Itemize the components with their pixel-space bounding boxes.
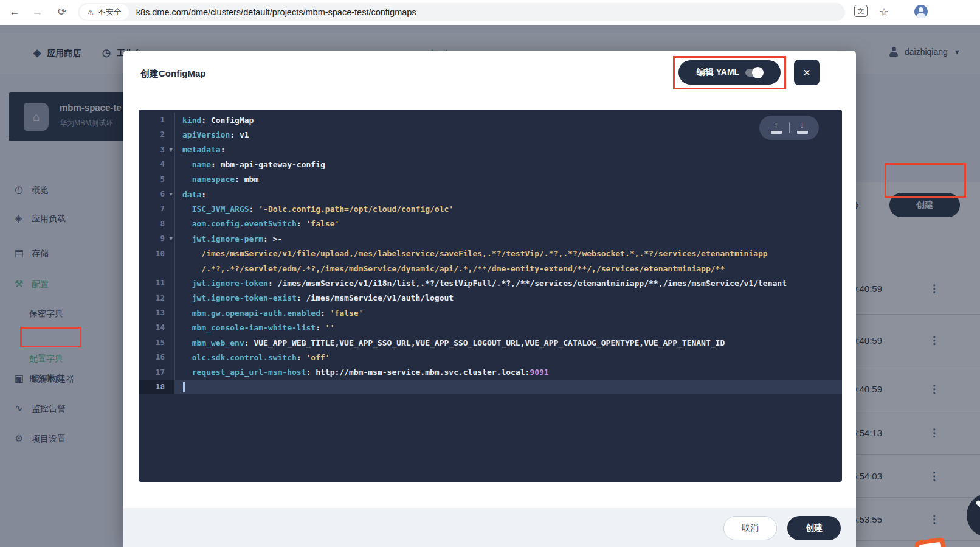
code-text: metadata: [175,145,225,154]
code-text: ISC_JVM_ARGS: '-Dolc.config.path=/opt/cl… [175,204,454,214]
code-text: /imes/msmService/v1/file/upload,/mes/lab… [175,249,768,258]
code-text: mbm_console-iam-white-list: '' [175,323,334,332]
code-text: request_api_url-msm-host: http://mbm-msm… [175,368,549,377]
line-number: 18 [139,380,175,394]
line-number: 14 [139,320,175,335]
line-number: 16 [139,350,175,364]
line-number: 1 [139,113,175,127]
fold-arrow-icon[interactable]: ▼ [170,187,173,201]
editor-line: 11 jwt.ignore-token: /imes/msmService/v1… [139,276,842,290]
create-configmap-modal: 创建ConfigMap 编辑 YAML × 1kind: ConfigMap2a… [123,51,856,547]
line-number: 11 [139,276,175,290]
code-text [175,382,185,392]
code-text: jwt.ignore-perm: >- [175,234,282,243]
upload-icon[interactable]: ↑ [770,122,783,134]
screen: ← → ⟳ ⚠ 不安全 k8s.dme.com/dme/clusters/def… [0,0,980,547]
code-text: namespace: mbm [175,175,258,184]
editor-line: 13 mbm.gw.openapi-auth.enabled: 'false' [139,305,842,320]
editor-line: 8 aom.config.eventSwitch: 'false' [139,217,842,231]
code-text: name: mbm-api-gateway-config [175,160,325,169]
editor-line: 2apiVersion: v1 [139,127,842,142]
url-text: k8s.dme.com/dme/clusters/default/project… [136,7,416,17]
line-number: 10 [139,246,175,261]
create-button[interactable]: 创建 [787,516,841,540]
code-text: mbm.gw.openapi-auth.enabled: 'false' [175,308,363,318]
browser-forward-icon[interactable]: → [30,5,45,19]
line-number: 5 [139,172,175,187]
code-text: data: [175,190,206,199]
editor-line: 15 mbm_web_env: VUE_APP_WEB_TITLE,VUE_AP… [139,335,842,350]
code-text: apiVersion: v1 [175,130,249,139]
fold-arrow-icon[interactable]: ▼ [170,142,173,157]
editor-line: 16 olc.sdk.control.switch: 'off' [139,350,842,364]
editor-line: 12 jwt.ignore-token-exist: /imes/msmServ… [139,291,842,305]
line-number: 6▼ [139,187,175,201]
annotation-box-create-button [885,163,966,198]
editor-toolbar: ↑ ↓ [759,116,819,140]
security-label: 不安全 [98,7,122,18]
editor-line: 14 mbm_console-iam-white-list: '' [139,320,842,335]
modal-title: 创建ConfigMap [140,68,205,80]
line-number: 17 [139,365,175,380]
editor-line: 9▼ jwt.ignore-perm: >- [139,231,842,246]
modal-footer: 取消 创建 [123,508,856,547]
line-number: 15 [139,335,175,350]
line-number: 12 [139,291,175,305]
annotation-box-yaml-toggle [673,56,786,89]
browser-reload-icon[interactable]: ⟳ [55,5,69,19]
line-number: 7 [139,201,175,216]
fold-arrow-icon[interactable]: ▼ [170,231,173,246]
line-number: 3▼ [139,142,175,157]
annotation-box-configmap-menu [20,327,81,347]
address-bar[interactable]: ⚠ 不安全 k8s.dme.com/dme/clusters/default/p… [78,3,845,21]
line-number: 13 [139,305,175,320]
cancel-button[interactable]: 取消 [723,516,777,540]
yaml-editor[interactable]: 1kind: ConfigMap2apiVersion: v13▼metadat… [139,110,842,482]
editor-line: 10 /imes/msmService/v1/file/upload,/mes/… [139,246,842,261]
code-text: jwt.ignore-token: /imes/msmService/v1/i1… [175,279,787,288]
close-button[interactable]: × [794,60,820,85]
text-cursor [183,382,185,392]
code-text: aom.config.eventSwitch: 'false' [175,219,339,228]
editor-line: 3▼metadata: [139,142,842,157]
code-text: mbm_web_env: VUE_APP_WEB_TITLE,VUE_APP_S… [175,338,725,347]
yaml-editor-lines: 1kind: ConfigMap2apiVersion: v13▼metadat… [139,113,842,394]
code-text: jwt.ignore-token-exist: /imes/msmService… [175,293,454,302]
editor-line: /.*?,.*?/servlet/edm/.*?,/imes/mdmServic… [139,261,842,276]
line-number: 8 [139,217,175,231]
editor-line: 4 name: mbm-api-gateway-config [139,157,842,172]
security-chip[interactable]: ⚠ 不安全 [80,4,129,20]
code-text: olc.sdk.control.switch: 'off' [175,353,330,362]
browser-toolbar: ← → ⟳ ⚠ 不安全 k8s.dme.com/dme/clusters/def… [0,0,980,24]
editor-line: 5 namespace: mbm [139,172,842,187]
download-icon[interactable]: ↓ [796,122,809,134]
editor-line: 1kind: ConfigMap [139,113,842,127]
warning-icon: ⚠ [87,8,94,17]
code-text: /.*?,.*?/servlet/edm/.*?,/imes/mdmServic… [175,264,725,273]
toolbar-divider [789,122,790,133]
line-number [139,261,175,276]
browser-avatar[interactable] [914,5,928,18]
editor-active-line: 18 [139,380,842,394]
editor-line: 6▼data: [139,187,842,201]
editor-line: 7 ISC_JVM_ARGS: '-Dolc.config.path=/opt/… [139,201,842,216]
translate-icon[interactable]: 文 [854,5,868,17]
code-text: kind: ConfigMap [175,116,254,125]
editor-line: 17 request_api_url-msm-host: http://mbm-… [139,365,842,380]
line-number: 2 [139,127,175,142]
browser-back-icon[interactable]: ← [7,5,22,19]
bookmark-star-icon[interactable]: ☆ [879,5,889,19]
line-number: 4 [139,157,175,172]
line-number: 9▼ [139,231,175,246]
